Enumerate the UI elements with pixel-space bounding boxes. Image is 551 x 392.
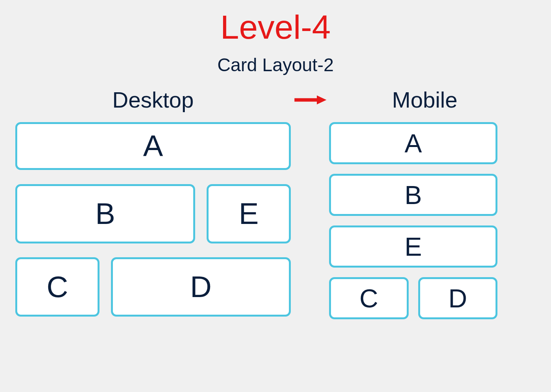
mobile-card-c: C	[329, 277, 409, 319]
mobile-card-a: A	[329, 122, 497, 164]
mobile-card-b: B	[329, 174, 497, 216]
main-title: Level-4	[15, 8, 536, 47]
mobile-label: Mobile	[341, 87, 509, 113]
layout-container: A B E C D A B E C D	[15, 122, 536, 319]
desktop-card-d: D	[111, 257, 291, 317]
desktop-label: Desktop	[15, 87, 291, 113]
layout-headers: Desktop Mobile	[15, 87, 536, 113]
subtitle: Card Layout-2	[15, 54, 536, 75]
desktop-card-a: A	[15, 122, 291, 170]
desktop-card-c: C	[15, 257, 99, 317]
svg-marker-1	[317, 95, 326, 104]
mobile-card-e: E	[329, 225, 497, 268]
desktop-card-b: B	[15, 184, 195, 243]
desktop-card-e: E	[207, 184, 291, 243]
mobile-card-d: D	[418, 277, 498, 319]
mobile-grid: A B E C D	[329, 122, 497, 319]
arrow-icon	[291, 94, 329, 106]
desktop-grid: A B E C D	[15, 122, 291, 319]
